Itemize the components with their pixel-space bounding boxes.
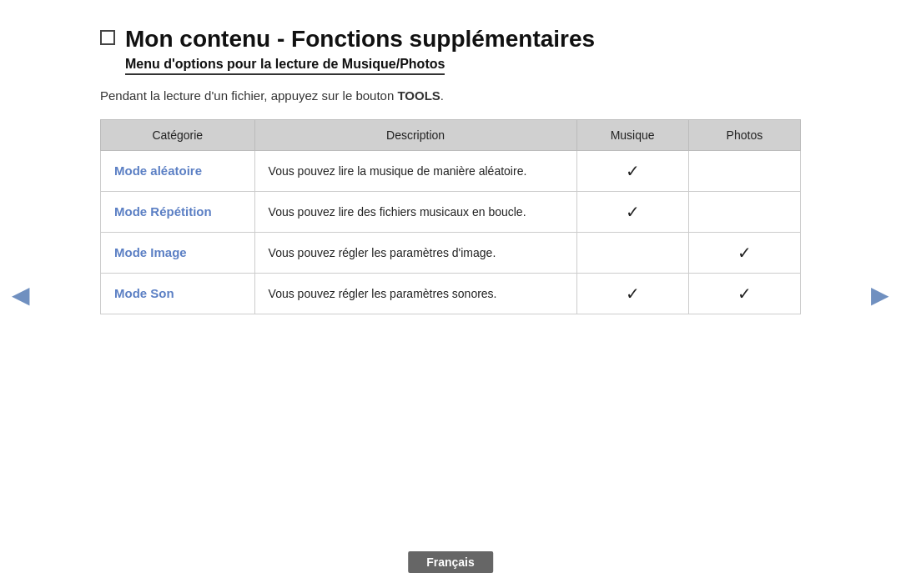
table-row: Mode RépétitionVous pouvez lire des fich… — [101, 191, 801, 232]
row-category: Mode Son — [101, 273, 255, 314]
page-title: Mon contenu - Fonctions supplémentaires — [125, 25, 595, 53]
row-music-check: ✓ — [576, 273, 688, 314]
intro-text-after: . — [440, 88, 444, 103]
row-music-check — [576, 232, 688, 273]
header-music: Musique — [576, 119, 688, 150]
table-row: Mode SonVous pouvez régler les paramètre… — [101, 273, 801, 314]
row-description: Vous pouvez lire des fichiers musicaux e… — [254, 191, 576, 232]
intro-text-bold: TOOLS — [397, 88, 440, 103]
table-row: Mode aléatoireVous pouvez lire la musiqu… — [101, 150, 801, 191]
header-category: Catégorie — [101, 119, 255, 150]
row-music-check: ✓ — [576, 150, 688, 191]
row-description: Vous pouvez régler les paramètres d'imag… — [254, 232, 576, 273]
row-photos-check — [688, 191, 800, 232]
page-subtitle: Menu d'options pour la lecture de Musiqu… — [125, 57, 445, 75]
nav-left-arrow[interactable]: ◀ — [12, 280, 30, 308]
intro-paragraph: Pendant la lecture d'un fichier, appuyez… — [100, 88, 801, 103]
row-category: Mode aléatoire — [101, 150, 255, 191]
features-table: Catégorie Description Musique Photos Mod… — [100, 119, 801, 314]
row-category: Mode Répétition — [101, 191, 255, 232]
row-music-check: ✓ — [576, 191, 688, 232]
row-description: Vous pouvez régler les paramètres sonore… — [254, 273, 576, 314]
header-photos: Photos — [688, 119, 800, 150]
table-row: Mode ImageVous pouvez régler les paramèt… — [101, 232, 801, 273]
title-row: Mon contenu - Fonctions supplémentaires — [100, 25, 801, 53]
header-description: Description — [254, 119, 576, 150]
intro-text-before: Pendant la lecture d'un fichier, appuyez… — [100, 88, 397, 103]
row-photos-check: ✓ — [688, 232, 800, 273]
language-button[interactable]: Français — [408, 551, 493, 573]
page-container: Mon contenu - Fonctions supplémentaires … — [33, 0, 868, 339]
title-checkbox — [100, 30, 115, 45]
nav-right-arrow[interactable]: ▶ — [871, 280, 889, 308]
row-photos-check: ✓ — [688, 273, 800, 314]
row-category: Mode Image — [101, 232, 255, 273]
table-header-row: Catégorie Description Musique Photos — [101, 119, 801, 150]
row-photos-check — [688, 150, 800, 191]
row-description: Vous pouvez lire la musique de manière a… — [254, 150, 576, 191]
